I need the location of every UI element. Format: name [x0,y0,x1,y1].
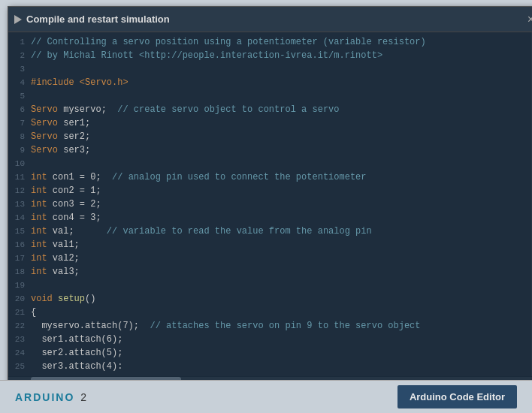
title-text: Compile and restart simulation [26,14,170,25]
code-line: 11 int con1 = 0; // analog pin used to c… [8,170,532,184]
code-line: 8 Servo ser2; [8,130,532,143]
title-bar: Compile and restart simulation × [8,7,532,32]
code-line: 16 int val1; [8,238,532,252]
code-line: 2 // by Michal Rinott <http://people.int… [8,49,532,62]
code-line: 7 Servo ser1; [8,116,532,130]
code-line: 13 int con3 = 2; [8,197,532,211]
arduino-number: 2 [80,391,86,403]
code-line: 10 [8,157,532,170]
arduino-code-editor-button[interactable]: Arduino Code Editor [397,385,517,408]
code-line: 6 Servo myservo; // create servo object … [8,103,532,116]
arduino-label-group: ARDUINO 2 [15,391,86,403]
code-line: 14 int con4 = 3; [8,211,532,225]
code-line: 15 int val; // variable to read the valu… [8,225,532,238]
arduino-text: ARDUINO [15,391,74,403]
bottom-bar: ARDUINO 2 Arduino Code Editor [0,380,532,413]
code-line: 21 { [8,306,532,319]
code-line: 23 ser1.attach(6); [8,333,532,346]
code-line: 12 int con2 = 1; [8,184,532,197]
title-bar-left: Compile and restart simulation [14,14,170,25]
code-line: 17 int val2; [8,252,532,265]
code-line: 4 #include <Servo.h> [8,76,532,89]
code-line: 20 void setup() [8,292,532,306]
close-button[interactable]: × [527,14,532,26]
code-line: 19 [8,279,532,292]
code-area[interactable]: 1 // Controlling a servo position using … [8,32,532,376]
code-line: 25 ser3.attach(4): [8,360,532,373]
play-icon [14,15,22,24]
code-line: 5 [8,89,532,103]
code-editor-panel: Compile and restart simulation × 1 // Co… [8,6,532,413]
code-line: 1 // Controlling a servo position using … [8,35,532,49]
code-line: 9 Servo ser3; [8,143,532,157]
code-line: 24 ser2.attach(5); [8,346,532,360]
code-line: 18 int val3; [8,265,532,279]
code-line: 3 [8,62,532,76]
code-line: 22 myservo.attach(7); // attaches the se… [8,319,532,333]
